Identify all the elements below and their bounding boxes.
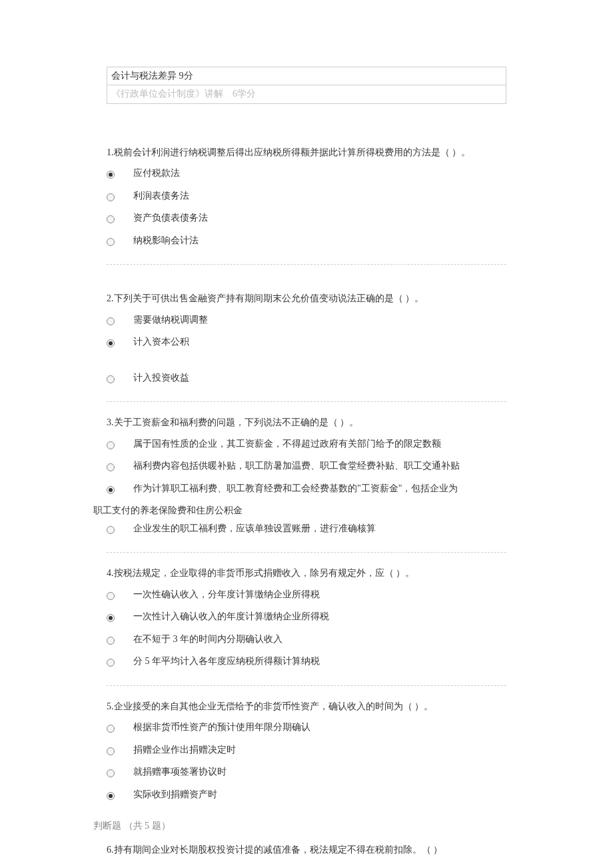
- radio-q5-a[interactable]: [107, 725, 115, 733]
- option-row: 纳税影响会计法: [107, 232, 506, 253]
- option-label: 需要做纳税调调整: [133, 311, 506, 329]
- radio-q3-a[interactable]: [107, 441, 115, 449]
- option-label: 根据非货币性资产的预计使用年限分期确认: [133, 719, 506, 737]
- option-row: 根据非货币性资产的预计使用年限分期确认: [107, 719, 506, 739]
- header-table: 会计与税法差异 9分 《行政单位会计制度》讲解 6学分: [107, 67, 506, 104]
- option-label: 福利费内容包括供暖补贴，职工防暑加温费、职工食堂经费补贴、职工交通补贴: [133, 457, 506, 475]
- divider: [107, 552, 506, 553]
- question-1: 1.税前会计利润进行纳税调整后得出应纳税所得额并据此计算所得税费用的方法是（ ）…: [107, 144, 506, 253]
- radio-q3-d[interactable]: [107, 526, 115, 534]
- radio-q4-c[interactable]: [107, 637, 115, 645]
- option-label: 企业发生的职工福利费，应该单独设置账册，进行准确核算: [133, 520, 506, 538]
- option-continuation: 职工支付的养老保险费和住房公积金: [93, 502, 506, 520]
- radio-q4-b[interactable]: [107, 614, 115, 622]
- option-label: 一次性计入确认收入的年度计算缴纳企业所得税: [133, 608, 506, 626]
- question-text: 6.持有期间企业对长期股权投资计提的减值准备，税法规定不得在税前扣除。（ ）: [107, 841, 506, 858]
- section-label: 判断题 （共 5 题）: [93, 819, 506, 833]
- radio-q2-a[interactable]: [107, 317, 115, 325]
- option-label: 就捐赠事项签署协议时: [133, 763, 506, 781]
- radio-q5-d[interactable]: [107, 792, 115, 800]
- question-6: 6.持有期间企业对长期股权投资计提的减值准备，税法规定不得在税前扣除。（ ）: [107, 841, 506, 858]
- radio-q5-c[interactable]: [107, 769, 115, 777]
- radio-q1-c[interactable]: [107, 215, 115, 223]
- divider: [107, 685, 506, 686]
- option-label: 应付税款法: [133, 165, 506, 183]
- radio-q4-d[interactable]: [107, 659, 115, 667]
- option-row: 在不短于 3 年的时间内分期确认收入: [107, 631, 506, 651]
- content-area: 1.税前会计利润进行纳税调整后得出应纳税所得额并据此计算所得税费用的方法是（ ）…: [107, 144, 506, 868]
- option-label: 实际收到捐赠资产时: [133, 786, 506, 804]
- radio-q3-c[interactable]: [107, 486, 115, 494]
- question-text: 4.按税法规定，企业取得的非货币形式捐赠收入，除另有规定外，应（ ）。: [107, 565, 506, 581]
- option-row: 分 5 年平均计入各年度应纳税所得额计算纳税: [107, 653, 506, 673]
- option-row: 计入资本公积: [107, 333, 506, 354]
- option-row: 捐赠企业作出捐赠决定时: [107, 741, 506, 762]
- radio-q1-a[interactable]: [107, 171, 115, 179]
- option-label: 属于国有性质的企业，其工资薪金，不得超过政府有关部门给予的限定数额: [133, 435, 506, 453]
- header-row-2: 《行政单位会计制度》讲解 6学分: [107, 85, 506, 103]
- radio-q2-b[interactable]: [107, 339, 115, 347]
- question-text: 3.关于工资薪金和福利费的问题，下列说法不正确的是（ ）。: [107, 414, 506, 431]
- option-row: 企业发生的职工福利费，应该单独设置账册，进行准确核算: [107, 520, 506, 541]
- option-row: 就捐赠事项签署协议时: [107, 763, 506, 784]
- radio-q1-b[interactable]: [107, 193, 115, 201]
- option-row: 属于国有性质的企业，其工资薪金，不得超过政府有关部门给予的限定数额: [107, 435, 506, 456]
- option-row: 应付税款法: [107, 165, 506, 185]
- question-2: 2.下列关于可供出售金融资产持有期间期末公允价值变动说法正确的是（ ）。 需要做…: [107, 290, 506, 389]
- radio-q2-c[interactable]: [107, 375, 115, 383]
- question-3: 3.关于工资薪金和福利费的问题，下列说法不正确的是（ ）。 属于国有性质的企业，…: [107, 414, 506, 540]
- option-row: 一次性确认收入，分年度计算缴纳企业所得税: [107, 586, 506, 607]
- radio-q4-a[interactable]: [107, 592, 115, 600]
- question-text: 5.企业接受的来自其他企业无偿给予的非货币性资产，确认收入的时间为（ ）。: [107, 698, 506, 715]
- option-label: 在不短于 3 年的时间内分期确认收入: [133, 631, 506, 649]
- option-label: 资产负债表债务法: [133, 209, 506, 227]
- radio-q1-d[interactable]: [107, 238, 115, 246]
- radio-q5-b[interactable]: [107, 747, 115, 755]
- option-row: 资产负债表债务法: [107, 209, 506, 230]
- option-row: 福利费内容包括供暖补贴，职工防暑加温费、职工食堂经费补贴、职工交通补贴: [107, 457, 506, 478]
- option-row: 需要做纳税调调整: [107, 311, 506, 332]
- question-text: 1.税前会计利润进行纳税调整后得出应纳税所得额并据此计算所得税费用的方法是（ ）…: [107, 144, 506, 161]
- option-row: 实际收到捐赠资产时: [107, 786, 506, 807]
- divider: [107, 264, 506, 265]
- option-row: 作为计算职工福利费、职工教育经费和工会经费基数的"工资薪金"，包括企业为: [107, 480, 506, 501]
- option-label: 利润表债务法: [133, 187, 506, 205]
- radio-q3-b[interactable]: [107, 463, 115, 471]
- option-label: 计入投资收益: [133, 369, 506, 387]
- option-label: 一次性确认收入，分年度计算缴纳企业所得税: [133, 586, 506, 604]
- option-row: 计入投资收益: [107, 369, 506, 390]
- option-label: 捐赠企业作出捐赠决定时: [133, 741, 506, 759]
- option-row: 利润表债务法: [107, 187, 506, 208]
- header-row-1: 会计与税法差异 9分: [107, 67, 506, 85]
- option-label: 分 5 年平均计入各年度应纳税所得额计算纳税: [133, 653, 506, 671]
- question-text: 2.下列关于可供出售金融资产持有期间期末公允价值变动说法正确的是（ ）。: [107, 290, 506, 307]
- question-5: 5.企业接受的来自其他企业无偿给予的非货币性资产，确认收入的时间为（ ）。 根据…: [107, 698, 506, 807]
- option-label: 纳税影响会计法: [133, 232, 506, 250]
- option-label: 作为计算职工福利费、职工教育经费和工会经费基数的"工资薪金"，包括企业为: [133, 480, 506, 498]
- option-label: 计入资本公积: [133, 333, 506, 351]
- question-4: 4.按税法规定，企业取得的非货币形式捐赠收入，除另有规定外，应（ ）。 一次性确…: [107, 565, 506, 673]
- divider: [107, 401, 506, 402]
- option-row: 一次性计入确认收入的年度计算缴纳企业所得税: [107, 608, 506, 629]
